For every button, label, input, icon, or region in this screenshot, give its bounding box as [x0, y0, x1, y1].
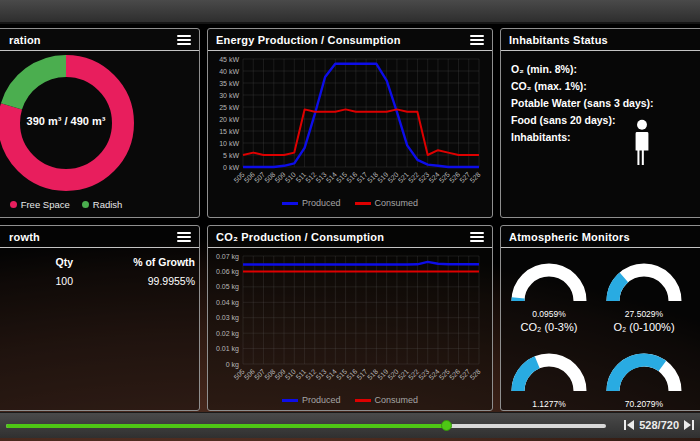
- svg-text:35 kW: 35 kW: [219, 80, 239, 87]
- legend-dot-icon: [10, 201, 17, 208]
- panel-co2: CO₂ Production / Consumption 50550650750…: [207, 225, 493, 411]
- svg-text:0.02 kg: 0.02 kg: [216, 330, 239, 338]
- legend-line-icon: [355, 399, 371, 402]
- table-cell: 99.9955%: [73, 275, 195, 287]
- table-cell: 100: [0, 275, 73, 287]
- legend-item[interactable]: Radish: [82, 199, 123, 210]
- legend-line-icon: [282, 399, 298, 402]
- svg-text:15 kW: 15 kW: [219, 128, 239, 135]
- donut-center-label: 390 m³ / 490 m³: [0, 115, 136, 127]
- svg-text:528: 528: [468, 368, 481, 381]
- svg-text:45 kW: 45 kW: [219, 56, 239, 63]
- status-line: Potable Water (sans 3 days):: [511, 95, 654, 112]
- svg-text:25 kW: 25 kW: [219, 104, 239, 111]
- panel-atmospheric-monitors: Atmospheric Monitors 0.0959%CO₂ (0-3%)27…: [500, 225, 700, 411]
- gauge-arc: [506, 342, 592, 394]
- energy-line-chart: 5055065075085095105115125135145155165175…: [213, 53, 487, 203]
- legend-item[interactable]: Consumed: [355, 395, 419, 405]
- timeline-slider-thumb[interactable]: [441, 420, 452, 431]
- svg-text:0 kg: 0 kg: [226, 361, 239, 369]
- gauge: 0.0959%CO₂ (0-3%): [506, 252, 592, 333]
- timeline-slider-fill: [6, 424, 446, 428]
- skip-to-start-icon[interactable]: [624, 420, 634, 430]
- svg-text:0.04 kg: 0.04 kg: [216, 299, 239, 307]
- status-line: O₂ (min. 8%):: [511, 61, 654, 78]
- gauge-value: 70.2079%: [601, 399, 687, 409]
- hamburger-menu-icon[interactable]: [470, 230, 484, 244]
- gauge: 1.1277%H₂ (0-3%): [506, 342, 592, 423]
- hamburger-menu-icon[interactable]: [177, 230, 191, 244]
- gauge-value: 27.5029%: [601, 309, 687, 319]
- skip-to-end-icon[interactable]: [684, 420, 694, 430]
- person-icon: [631, 119, 653, 169]
- gauge-value: 1.1277%: [506, 399, 592, 409]
- panel-inhabitants-status: Inhabitants Status O₂ (min. 8%):CO₂ (max…: [500, 28, 700, 218]
- panel-title: CO₂ Production / Consumption: [216, 231, 384, 243]
- co2-line-chart: 5055065075085095105115125135145155165175…: [213, 250, 487, 400]
- svg-text:0.01 kg: 0.01 kg: [216, 345, 239, 353]
- svg-text:40 kW: 40 kW: [219, 68, 239, 75]
- svg-text:20 kW: 20 kW: [219, 116, 239, 123]
- gauge-value: 0.0959%: [506, 309, 592, 319]
- legend-item[interactable]: Produced: [282, 198, 341, 208]
- gauge-label: O₂ (0-100%): [601, 321, 687, 333]
- panel-growth: rowth Qty% of Growth10099.9955%: [0, 225, 200, 411]
- gauge-arc: [696, 252, 700, 304]
- svg-text:30 kW: 30 kW: [219, 92, 239, 99]
- panel-title: Energy Production / Consumption: [216, 34, 401, 46]
- legend-dot-icon: [82, 201, 89, 208]
- table-header: Qty: [0, 256, 73, 268]
- svg-text:0.07 kg: 0.07 kg: [216, 253, 239, 261]
- svg-text:0.06 kg: 0.06 kg: [216, 268, 239, 276]
- hamburger-menu-icon[interactable]: [470, 33, 484, 47]
- legend-line-icon: [282, 202, 298, 205]
- panel-greenhouse-configuration: ration 390 m³ / 490 m³ Free SpaceRadish: [0, 28, 200, 218]
- svg-text:5 kW: 5 kW: [223, 152, 239, 159]
- svg-text:10 kW: 10 kW: [219, 140, 239, 147]
- co2-chart-legend: ProducedConsumed: [208, 395, 492, 405]
- table-header: % of Growth: [73, 256, 195, 268]
- legend-item[interactable]: Consumed: [355, 198, 419, 208]
- energy-chart-legend: ProducedConsumed: [208, 198, 492, 208]
- legend-label: Consumed: [375, 395, 419, 405]
- timeline-bar: 528/720: [0, 412, 700, 438]
- window-titlebar: [0, 0, 700, 24]
- timeline-slider[interactable]: [6, 424, 606, 428]
- svg-text:528: 528: [468, 171, 481, 184]
- gauge-grid: 0.0959%CO₂ (0-3%)27.5029%O₂ (0-100%)1.12…: [506, 252, 700, 423]
- gauge-arc: [506, 252, 592, 304]
- gauge-partial: [696, 342, 700, 423]
- legend-label: Free Space: [21, 199, 70, 210]
- svg-text:0 kW: 0 kW: [223, 164, 239, 171]
- legend-label: Produced: [302, 198, 341, 208]
- gauge-arc: [601, 342, 687, 394]
- legend-item[interactable]: Produced: [282, 395, 341, 405]
- panel-title: rowth: [0, 231, 40, 243]
- gauge-label: CO₂ (0-3%): [506, 321, 592, 333]
- panel-title: Atmospheric Monitors: [509, 231, 630, 243]
- legend-item[interactable]: Free Space: [10, 199, 70, 210]
- gauge: 27.5029%O₂ (0-100%): [601, 252, 687, 333]
- panel-title: Inhabitants Status: [509, 34, 608, 46]
- panel-energy: Energy Production / Consumption 50550650…: [207, 28, 493, 218]
- timeline-counter: 528/720: [639, 419, 679, 431]
- panel-title: ration: [0, 34, 41, 46]
- status-line: CO₂ (max. 1%):: [511, 78, 654, 95]
- hamburger-menu-icon[interactable]: [177, 33, 191, 47]
- svg-text:0.05 kg: 0.05 kg: [216, 283, 239, 291]
- legend-label: Consumed: [375, 198, 419, 208]
- svg-text:0.03 kg: 0.03 kg: [216, 314, 239, 322]
- donut-legend: Free SpaceRadish: [0, 199, 146, 210]
- gauge-arc: [601, 252, 687, 304]
- gauge-arc: [696, 342, 700, 394]
- legend-line-icon: [355, 202, 371, 205]
- legend-label: Produced: [302, 395, 341, 405]
- legend-label: Radish: [93, 199, 123, 210]
- gauge-partial: [696, 252, 700, 333]
- growth-table: Qty% of Growth10099.9955%: [0, 256, 197, 287]
- gauge: 70.2079%N₂ (0-100%): [601, 342, 687, 423]
